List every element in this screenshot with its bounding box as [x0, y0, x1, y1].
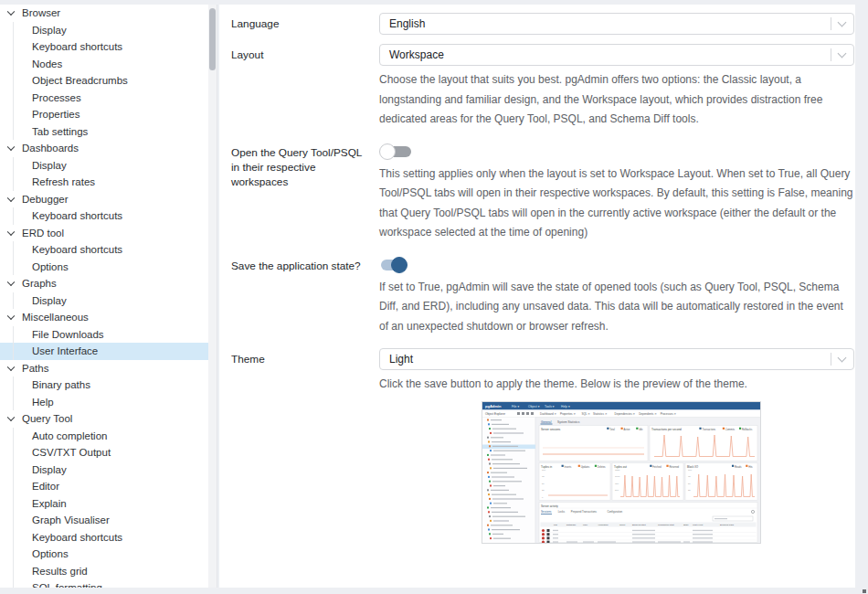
tree-item-results-grid[interactable]: Results grid: [0, 563, 209, 580]
tree-item-label: User Interface: [32, 345, 98, 356]
tree-item-label: Keyboard shortcuts: [32, 210, 122, 221]
svg-text:Prepared Transactions: Prepared Transactions: [571, 510, 598, 514]
tree-item-erd-tool[interactable]: ERD tool: [0, 225, 209, 242]
tree-item-processes[interactable]: Processes: [0, 90, 209, 107]
svg-text:pgAdmin: pgAdmin: [485, 404, 502, 408]
tree-item-label: Dashboards: [22, 143, 79, 154]
svg-text:Transaction start: Transaction start: [658, 524, 674, 526]
language-label: Language: [219, 13, 379, 35]
tree-item-options[interactable]: Options: [0, 259, 209, 276]
tree-item-dashboards[interactable]: Dashboards: [0, 140, 209, 157]
tree-scrollbar-track: [208, 5, 217, 588]
tree-item-label: Display: [32, 464, 67, 475]
tree-item-tab-settings[interactable]: Tab settings: [0, 123, 209, 141]
tree-item-label: Graphs: [22, 278, 57, 289]
window-resize-grip[interactable]: [863, 589, 866, 593]
tree-item-keyboard-shortcuts[interactable]: Keyboard shortcuts: [0, 529, 209, 546]
language-row: Language English: [219, 13, 855, 35]
svg-text:Server sessions: Server sessions: [541, 427, 561, 430]
tree-item-query-tool[interactable]: Query Tool: [0, 410, 209, 428]
tree-item-graph-visualiser[interactable]: Graph Visualiser: [0, 512, 209, 529]
chevron-down-icon[interactable]: [838, 18, 847, 27]
tree-item-label: Display: [32, 160, 67, 171]
svg-text:Backend start: Backend start: [632, 524, 646, 526]
tree-item-display[interactable]: Display: [0, 461, 209, 479]
layout-value: Workspace: [389, 48, 831, 61]
svg-text:Server activity: Server activity: [541, 504, 558, 507]
tree-item-display[interactable]: Display: [0, 22, 209, 39]
tree-item-properties[interactable]: Properties: [0, 106, 209, 123]
tree-item-label: Auto completion: [32, 430, 107, 441]
chevron-down-icon[interactable]: [7, 228, 15, 235]
theme-help-text: Click the save button to apply the theme…: [379, 375, 854, 395]
tree-item-keyboard-shortcuts[interactable]: Keyboard shortcuts: [0, 241, 209, 259]
tree-item-miscellaneous[interactable]: Miscellaneous: [0, 309, 209, 326]
tree-item-user-interface[interactable]: User Interface: [0, 343, 209, 360]
tree-item-options[interactable]: Options: [0, 546, 209, 563]
theme-select[interactable]: Light: [379, 348, 854, 370]
tree-item-label: SQL formatting: [32, 582, 102, 588]
save-state-row: Save the application state? If set to Tr…: [219, 255, 855, 337]
tree-item-object-breadcrumbs[interactable]: Object Breadcrumbs: [0, 72, 209, 90]
svg-text:Deletes: Deletes: [598, 464, 606, 468]
tree-item-csv-txt-output[interactable]: CSV/TXT Output: [0, 444, 209, 461]
tree-item-display[interactable]: Display: [0, 157, 209, 175]
layout-help-text: Choose the layout that suits you best. p…: [379, 70, 854, 130]
language-select[interactable]: English: [379, 13, 854, 35]
chevron-down-icon[interactable]: [838, 49, 847, 58]
svg-text:750: 750: [615, 482, 619, 484]
select-separator: [831, 48, 831, 61]
tree-item-keyboard-shortcuts[interactable]: Keyboard shortcuts: [0, 38, 209, 56]
chevron-down-icon[interactable]: [7, 363, 15, 370]
svg-text:Statistics ✕: Statistics ✕: [593, 412, 608, 416]
tree-item-label: Paths: [22, 363, 48, 374]
tree-item-refresh-rates[interactable]: Refresh rates: [0, 174, 209, 191]
svg-text:Blocking PIDs: Blocking PIDs: [720, 524, 735, 526]
workspace-toggle-switch[interactable]: [379, 143, 412, 160]
chevron-down-icon[interactable]: [7, 194, 15, 201]
tree-item-nodes[interactable]: Nodes: [0, 56, 209, 73]
svg-text:Dependents ✕: Dependents ✕: [639, 412, 657, 416]
chevron-down-icon[interactable]: [838, 354, 847, 363]
chevron-down-icon[interactable]: [7, 8, 15, 16]
tree-item-label: Query Tool: [22, 413, 72, 424]
tree-item-sql-formatting[interactable]: SQL formatting: [0, 579, 209, 588]
tree-item-file-downloads[interactable]: File Downloads: [0, 326, 209, 344]
tree-item-label: Keyboard shortcuts: [32, 244, 122, 255]
svg-text:File ▾: File ▾: [512, 405, 519, 408]
chevron-down-icon[interactable]: [7, 414, 15, 421]
save-state-toggle-switch[interactable]: [379, 257, 412, 273]
select-separator: [831, 17, 831, 30]
layout-row: Layout Workspace Choose the layout that …: [219, 44, 855, 130]
tree-item-keyboard-shortcuts[interactable]: Keyboard shortcuts: [0, 207, 209, 225]
chevron-down-icon[interactable]: [7, 143, 15, 151]
svg-text:Dependencies ✕: Dependencies ✕: [615, 412, 636, 416]
theme-row: Theme Light Click the save button to app…: [219, 348, 855, 544]
tree-item-paths[interactable]: Paths: [0, 360, 209, 377]
tree-item-binary-paths[interactable]: Binary paths: [0, 377, 209, 394]
tree-item-label: Tab settings: [32, 126, 88, 137]
tree-item-explain[interactable]: Explain: [0, 495, 209, 513]
tree-item-label: File Downloads: [32, 329, 104, 340]
tree-scrollbar-thumb[interactable]: [209, 8, 216, 70]
svg-text:Client: Client: [619, 524, 625, 526]
svg-text:Locks: Locks: [558, 510, 566, 514]
chevron-down-icon[interactable]: [7, 313, 15, 320]
tree-item-graphs[interactable]: Graphs: [0, 275, 209, 292]
tree-item-auto-completion[interactable]: Auto completion: [0, 428, 209, 445]
svg-text:SQL ✕: SQL ✕: [581, 412, 590, 416]
save-state-label: Save the application state?: [219, 255, 379, 337]
svg-text:Hits: Hits: [748, 464, 753, 468]
tree-item-debugger[interactable]: Debugger: [0, 191, 209, 208]
theme-value: Light: [389, 353, 831, 366]
tree-item-browser[interactable]: Browser: [0, 5, 209, 22]
tree-item-label: Processes: [32, 92, 81, 103]
chevron-down-icon[interactable]: [7, 279, 15, 286]
tree-item-help[interactable]: Help: [0, 394, 209, 411]
preferences-content-panel: Language English Layout Workspace Choose…: [219, 5, 855, 588]
svg-text:Block I/O: Block I/O: [687, 464, 699, 468]
preferences-tree: BrowserDisplayKeyboard shortcutsNodesObj…: [0, 5, 209, 588]
tree-item-display[interactable]: Display: [0, 292, 209, 310]
tree-item-editor[interactable]: Editor: [0, 478, 209, 495]
layout-select[interactable]: Workspace: [379, 44, 854, 66]
